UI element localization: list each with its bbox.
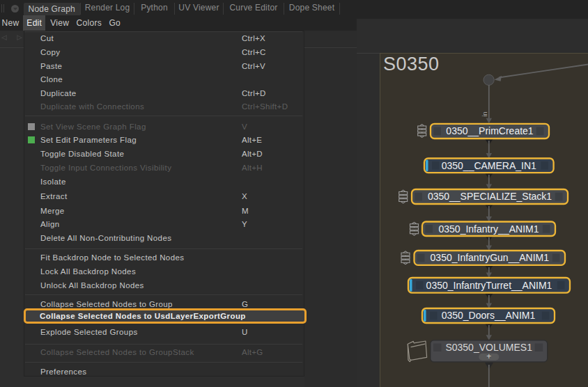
svg-text:0350_Infantry__ANIM1: 0350_Infantry__ANIM1 bbox=[439, 223, 539, 235]
svg-text:0350__CAMERA_IN1: 0350__CAMERA_IN1 bbox=[442, 160, 536, 171]
svg-text:0350__SPECIALIZE_Stack1: 0350__SPECIALIZE_Stack1 bbox=[428, 191, 552, 202]
svg-text:0350__PrimCreate1: 0350__PrimCreate1 bbox=[446, 125, 534, 136]
svg-text:0350_InfantryGun__ANIM1: 0350_InfantryGun__ANIM1 bbox=[431, 252, 550, 263]
svg-text:0350_InfantryTurret__ANIM1: 0350_InfantryTurret__ANIM1 bbox=[426, 280, 552, 291]
svg-text:in: in bbox=[481, 111, 488, 116]
svg-text:0350_Doors__ANIM1: 0350_Doors__ANIM1 bbox=[442, 310, 536, 321]
svg-text:+: + bbox=[486, 352, 491, 361]
